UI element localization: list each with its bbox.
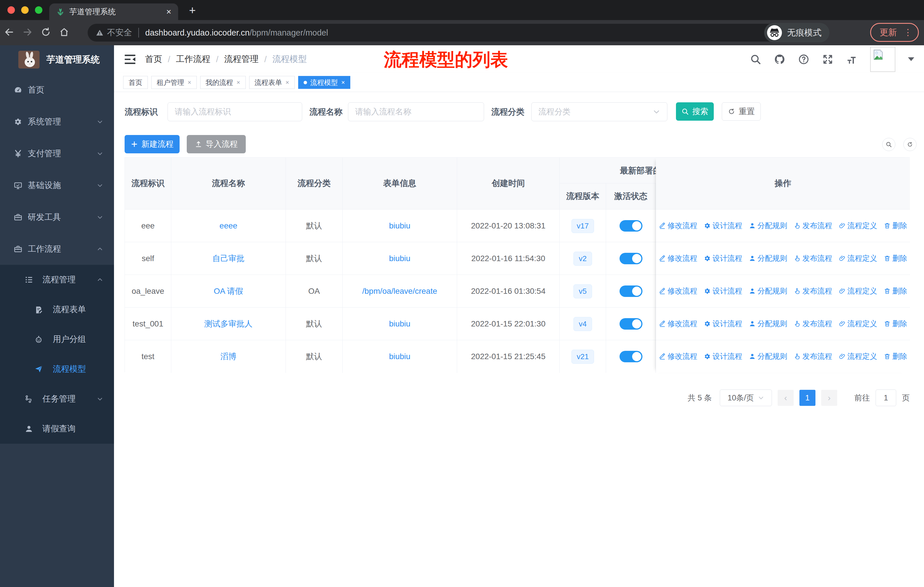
github-icon[interactable] — [774, 54, 785, 65]
active-toggle[interactable] — [620, 351, 642, 362]
browser-menu-icon[interactable]: ⋮ — [904, 30, 912, 35]
action-assign-rule[interactable]: 分配规则 — [749, 351, 787, 361]
action-delete[interactable]: 删除 — [884, 286, 908, 296]
active-toggle[interactable] — [620, 318, 642, 330]
sidebar-item-process-mgmt[interactable]: 流程管理 — [0, 265, 114, 294]
breadcrumb-home[interactable]: 首页 — [145, 53, 162, 65]
action-definition[interactable]: 流程定义 — [839, 221, 877, 231]
action-delete[interactable]: 删除 — [884, 221, 908, 231]
action-modify[interactable]: 修改流程 — [659, 253, 698, 263]
active-toggle[interactable] — [620, 286, 642, 297]
tag-home[interactable]: 首页 — [123, 76, 148, 89]
reload-button[interactable] — [37, 27, 55, 38]
action-assign-rule[interactable]: 分配规则 — [749, 286, 787, 296]
sidebar-item-devtools[interactable]: 研发工具 — [0, 201, 114, 233]
search-icon[interactable] — [750, 54, 761, 65]
action-modify[interactable]: 修改流程 — [659, 221, 698, 231]
sidebar-item-task-mgmt[interactable]: 任务管理 — [0, 384, 114, 414]
close-icon[interactable]: × — [285, 79, 289, 86]
action-publish[interactable]: 发布流程 — [794, 351, 832, 361]
process-name-link[interactable]: OA 请假 — [214, 286, 243, 297]
action-delete[interactable]: 删除 — [884, 351, 908, 361]
close-icon[interactable]: × — [237, 79, 240, 86]
action-definition[interactable]: 流程定义 — [839, 286, 877, 296]
page-size-select[interactable]: 10条/页 — [720, 390, 772, 406]
toggle-search-button[interactable] — [882, 138, 895, 151]
sidebar-logo[interactable]: 芋道管理系统 — [0, 45, 114, 74]
help-icon[interactable] — [798, 54, 809, 65]
window-zoom-button[interactable] — [35, 6, 42, 14]
action-design[interactable]: 设计流程 — [704, 351, 742, 361]
action-modify[interactable]: 修改流程 — [659, 286, 698, 296]
action-assign-rule[interactable]: 分配规则 — [749, 253, 787, 263]
form-link[interactable]: /bpm/oa/leave/create — [362, 287, 437, 296]
security-indicator[interactable]: 不安全 — [96, 27, 132, 38]
search-button[interactable]: 搜索 — [676, 103, 714, 121]
home-button[interactable] — [55, 27, 73, 38]
process-name-link[interactable]: 测试多审批人 — [205, 318, 252, 329]
prev-page-button[interactable]: ‹ — [778, 390, 794, 406]
process-id-input[interactable] — [168, 103, 302, 121]
tag-my-process[interactable]: 我的流程 × — [200, 76, 246, 89]
action-design[interactable]: 设计流程 — [704, 319, 742, 329]
action-assign-rule[interactable]: 分配规则 — [749, 221, 787, 231]
update-button[interactable]: 更新 ⋮ — [870, 23, 919, 42]
action-modify[interactable]: 修改流程 — [659, 351, 698, 361]
process-name-link[interactable]: 滔博 — [221, 351, 237, 362]
action-modify[interactable]: 修改流程 — [659, 319, 698, 329]
action-design[interactable]: 设计流程 — [704, 253, 742, 263]
action-assign-rule[interactable]: 分配规则 — [749, 319, 787, 329]
process-name-link[interactable]: 自己审批 — [213, 253, 244, 264]
breadcrumb-workflow[interactable]: 工作流程 — [176, 53, 210, 65]
action-delete[interactable]: 删除 — [884, 319, 908, 329]
sidebar-item-process-form[interactable]: 流程表单 — [0, 294, 114, 324]
window-close-button[interactable] — [7, 6, 15, 14]
breadcrumb-process-mgmt[interactable]: 流程管理 — [224, 53, 259, 65]
form-link[interactable]: biubiu — [389, 319, 411, 329]
process-name-link[interactable]: eeee — [219, 221, 237, 230]
active-toggle[interactable] — [620, 220, 642, 231]
url-bar[interactable]: 不安全 dashboard.yudao.iocoder.cn/bpm/manag… — [87, 24, 821, 41]
page-number-active[interactable]: 1 — [799, 390, 815, 406]
reset-button[interactable]: 重置 — [722, 103, 761, 121]
tag-process-form[interactable]: 流程表单 × — [249, 76, 295, 89]
tab-close-icon[interactable]: × — [166, 7, 171, 16]
action-publish[interactable]: 发布流程 — [794, 286, 832, 296]
version-badge[interactable]: v17 — [571, 219, 594, 233]
version-badge[interactable]: v21 — [571, 350, 594, 364]
text-size-icon[interactable] — [846, 54, 858, 65]
sidebar-item-leave-query[interactable]: 请假查询 — [0, 414, 114, 444]
caret-down-icon[interactable] — [908, 57, 914, 61]
sidebar-item-system[interactable]: 系统管理 — [0, 106, 114, 137]
browser-tab[interactable]: 芋道管理系统 × — [49, 3, 178, 20]
sidebar-item-workflow[interactable]: 工作流程 — [0, 233, 114, 265]
goto-page-input[interactable] — [876, 390, 896, 406]
new-tab-button[interactable]: + — [189, 4, 196, 17]
action-publish[interactable]: 发布流程 — [794, 253, 832, 263]
avatar[interactable] — [870, 47, 895, 72]
refresh-table-button[interactable] — [903, 138, 917, 151]
version-badge[interactable]: v2 — [573, 251, 592, 266]
close-icon[interactable]: × — [342, 79, 345, 86]
window-minimize-button[interactable] — [21, 6, 29, 14]
sidebar-item-infra[interactable]: 基础设施 — [0, 169, 114, 201]
forward-button[interactable] — [18, 27, 37, 38]
create-process-button[interactable]: 新建流程 — [125, 135, 180, 153]
menu-fold-icon[interactable] — [124, 55, 136, 64]
form-link[interactable]: biubiu — [389, 254, 411, 263]
action-definition[interactable]: 流程定义 — [839, 351, 877, 361]
sidebar-item-payment[interactable]: 支付管理 — [0, 137, 114, 169]
action-design[interactable]: 设计流程 — [704, 221, 742, 231]
action-delete[interactable]: 删除 — [884, 253, 908, 263]
active-toggle[interactable] — [620, 253, 642, 264]
action-definition[interactable]: 流程定义 — [839, 319, 877, 329]
version-badge[interactable]: v4 — [573, 317, 592, 331]
sidebar-item-home[interactable]: 首页 — [0, 74, 114, 106]
sidebar-item-process-model[interactable]: 流程模型 — [0, 354, 114, 384]
action-publish[interactable]: 发布流程 — [794, 221, 832, 231]
version-badge[interactable]: v5 — [573, 284, 592, 298]
action-publish[interactable]: 发布流程 — [794, 319, 832, 329]
action-design[interactable]: 设计流程 — [704, 286, 742, 296]
sidebar-item-user-group[interactable]: 用户分组 — [0, 324, 114, 354]
tag-tenant[interactable]: 租户管理 × — [151, 76, 197, 89]
